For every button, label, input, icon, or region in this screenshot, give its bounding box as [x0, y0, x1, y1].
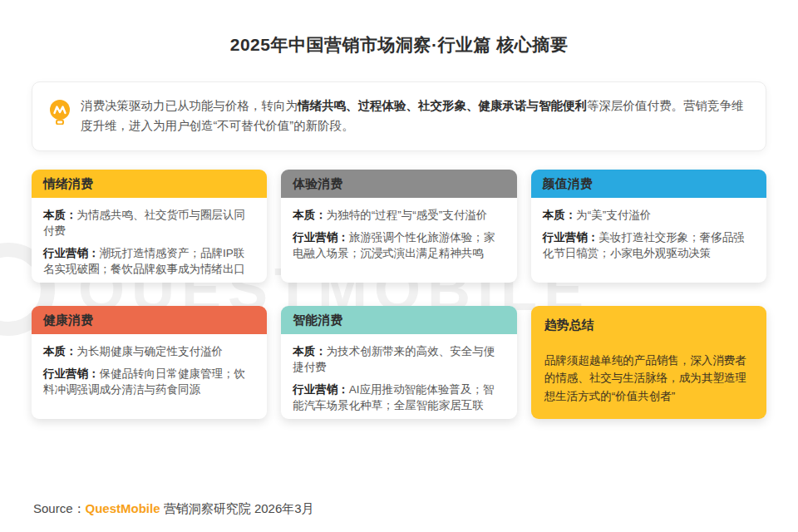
card-trend-summary: 趋势总结 品牌须超越单纯的产品销售，深入消费者的情感、社交与生活脉络，成为其塑造… [531, 306, 766, 419]
lightbulb-icon [49, 99, 71, 128]
card-health-title: 健康消费 [32, 306, 267, 334]
card-smart-title: 智能消费 [281, 306, 516, 334]
card-experience-consumption: 体验消费 本质：为独特的“过程”与“感受”支付溢价 行业营销：旅游强调个性化旅游… [281, 170, 516, 283]
card-health-consumption: 健康消费 本质：为长期健康与确定性支付溢价 行业营销：保健品转向日常健康管理；饮… [32, 306, 267, 419]
source-rest: 营销洞察研究院 2026年3月 [160, 501, 314, 515]
intro-highlight-box: 消费决策驱动力已从功能与价格，转向为情绪共鸣、过程体验、社交形象、健康承诺与智能… [32, 81, 766, 151]
essence-text: 为长期健康与确定性支付溢价 [77, 345, 224, 357]
essence-label: 本质： [293, 345, 327, 357]
card-appearance-consumption: 颜值消费 本质：为“美”支付溢价 行业营销：美妆打造社交形象；奢侈品强化节日犒赏… [531, 170, 766, 283]
card-smart-consumption: 智能消费 本质：为技术创新带来的高效、安全与便捷付费 行业营销：AI应用推动智能… [281, 306, 516, 419]
card-appearance-title: 颜值消费 [531, 170, 766, 198]
marketing-label: 行业营销： [43, 367, 100, 380]
marketing-label: 行业营销： [293, 383, 349, 396]
intro-text-before: 消费决策驱动力已从功能与价格，转向为 [81, 99, 298, 112]
card-smart-body: 本质：为技术创新带来的高效、安全与便捷付费 行业营销：AI应用推动智能体验普及；… [281, 334, 516, 414]
essence-text: 为独特的“过程”与“感受”支付溢价 [327, 209, 487, 221]
marketing-label: 行业营销： [293, 231, 349, 244]
essence-label: 本质： [43, 345, 77, 357]
source-label: Source： [33, 501, 86, 515]
essence-label: 本质： [293, 209, 327, 221]
card-appearance-body: 本质：为“美”支付溢价 行业营销：美妆打造社交形象；奢侈品强化节日犒赏；小家电外… [531, 198, 766, 261]
page-title: 2025年中国营销市场洞察·行业篇 核心摘要 [0, 0, 798, 57]
essence-label: 本质： [543, 209, 577, 221]
card-experience-title: 体验消费 [281, 170, 516, 198]
intro-text-bold: 情绪共鸣、过程体验、社交形象、健康承诺与智能便利 [298, 99, 587, 112]
source-brand: QuestMobile [86, 501, 160, 515]
card-health-body: 本质：为长期健康与确定性支付溢价 行业营销：保健品转向日常健康管理；饮料冲调强调… [32, 334, 267, 397]
essence-label: 本质： [43, 209, 77, 221]
trend-summary-title: 趋势总结 [531, 306, 766, 333]
cards-grid: 情绪消费 本质：为情感共鸣、社交货币与圈层认同付费 行业营销：潮玩打造情感资产；… [32, 170, 766, 419]
essence-text: 为“美”支付溢价 [576, 209, 651, 221]
card-emotion-title: 情绪消费 [32, 170, 267, 198]
marketing-label: 行业营销： [543, 231, 599, 244]
intro-text: 消费决策驱动力已从功能与价格，转向为情绪共鸣、过程体验、社交形象、健康承诺与智能… [81, 96, 749, 136]
card-experience-body: 本质：为独特的“过程”与“感受”支付溢价 行业营销：旅游强调个性化旅游体验；家电… [281, 198, 516, 261]
source-line: Source：QuestMobile 营销洞察研究院 2026年3月 [33, 501, 314, 517]
marketing-label: 行业营销： [43, 247, 100, 259]
card-emotion-consumption: 情绪消费 本质：为情感共鸣、社交货币与圈层认同付费 行业营销：潮玩打造情感资产；… [32, 170, 267, 283]
card-emotion-body: 本质：为情感共鸣、社交货币与圈层认同付费 行业营销：潮玩打造情感资产；品牌IP联… [32, 198, 267, 278]
trend-summary-body: 品牌须超越单纯的产品销售，深入消费者的情感、社交与生活脉络，成为其塑造理想生活方… [531, 333, 766, 406]
